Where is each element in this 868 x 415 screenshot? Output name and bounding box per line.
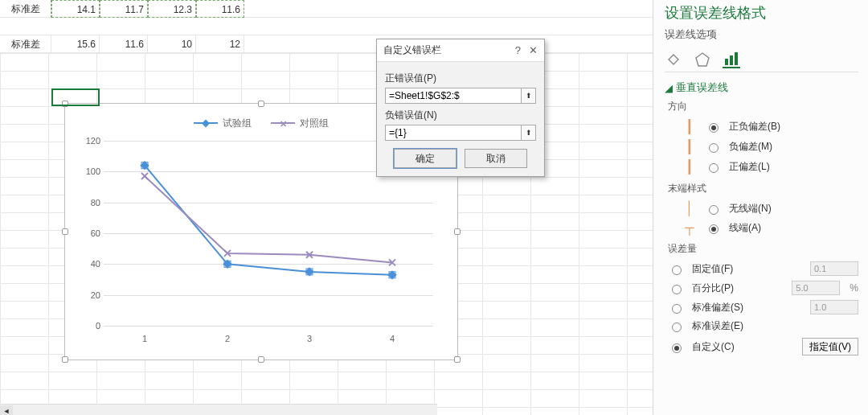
pane-subtitle: 误差线选项 xyxy=(665,27,858,42)
legend-item[interactable]: ✕ 对照组 xyxy=(271,117,329,130)
endstyle-none-option[interactable]: │ 无线端(N) xyxy=(665,199,858,218)
amount-custom-radio[interactable] xyxy=(672,343,682,353)
cell[interactable]: 12 xyxy=(196,35,244,53)
positive-error-label: 正错误值(P) xyxy=(385,72,536,85)
fill-tab-icon[interactable] xyxy=(665,51,682,68)
percent-sign: % xyxy=(850,282,858,294)
cell[interactable]: 11.6 xyxy=(100,35,148,53)
y-tick: 80 xyxy=(80,198,100,208)
collapse-icon[interactable]: ◢ xyxy=(665,82,673,94)
cell[interactable]: 15.6 xyxy=(51,35,100,53)
amount-percent-option[interactable]: 百分比(P) % xyxy=(665,278,858,298)
option-label: 固定值(F) xyxy=(692,262,733,276)
no-cap-icon: │ xyxy=(682,201,697,216)
legend-label: 对照组 xyxy=(300,117,329,130)
direction-both-option[interactable]: ┃ 正负偏差(B) xyxy=(665,117,858,137)
amount-stddev-option[interactable]: 标准偏差(S) xyxy=(665,298,858,317)
option-label: 标准误差(E) xyxy=(692,319,743,333)
cap-icon: ┬ xyxy=(682,220,697,235)
plus-direction-icon: ┃ xyxy=(682,159,697,175)
amount-fixed-radio[interactable] xyxy=(672,265,682,275)
direction-minus-option[interactable]: ┃ 负偏差(M) xyxy=(665,137,858,157)
vertical-error-bar-section[interactable]: ◢ 垂直误差线 xyxy=(665,80,858,95)
y-tick: 40 xyxy=(80,259,100,269)
option-label: 线端(A) xyxy=(729,221,761,235)
direction-minus-radio[interactable] xyxy=(709,143,719,153)
custom-error-bars-dialog[interactable]: 自定义错误栏 ? ✕ 正错误值(P) ⬆ 负错误值(N) ⬆ 确定 取消 xyxy=(376,39,545,177)
amount-stderr-radio[interactable] xyxy=(672,323,682,332)
resize-handle[interactable] xyxy=(62,228,68,235)
resize-handle[interactable] xyxy=(62,356,68,363)
negative-error-label: 负错误值(N) xyxy=(385,109,536,122)
y-tick: 100 xyxy=(80,166,100,176)
y-tick: 20 xyxy=(80,290,100,300)
dialog-titlebar[interactable]: 自定义错误栏 ? ✕ xyxy=(377,39,544,62)
option-label: 正偏差(L) xyxy=(729,160,770,174)
legend-item[interactable]: 试验组 xyxy=(194,117,252,130)
error-amount-heading: 误差量 xyxy=(668,242,858,256)
resize-handle[interactable] xyxy=(258,356,264,363)
cell[interactable]: 11.6 xyxy=(196,0,244,18)
scroll-left-icon[interactable]: ◄ xyxy=(0,405,13,415)
y-tick: 120 xyxy=(80,136,100,146)
x-tick: 4 xyxy=(380,334,404,343)
option-label: 正负偏差(B) xyxy=(729,120,780,134)
cell[interactable]: 12.3 xyxy=(148,0,196,18)
direction-plus-radio[interactable] xyxy=(709,163,719,173)
resize-handle[interactable] xyxy=(454,356,461,363)
horizontal-scrollbar[interactable]: ◄ xyxy=(0,404,437,415)
resize-handle[interactable] xyxy=(258,101,264,107)
sheet-row[interactable]: 标准差 14.1 11.7 12.3 11.6 xyxy=(0,0,653,18)
range-select-icon[interactable]: ⬆ xyxy=(522,125,536,141)
option-label: 标准偏差(S) xyxy=(692,301,743,314)
endstyle-heading: 末端样式 xyxy=(668,182,858,195)
percent-value-input xyxy=(792,281,840,295)
y-tick: 0 xyxy=(80,321,100,331)
selected-cell[interactable] xyxy=(51,88,100,106)
row-label: 标准差 xyxy=(0,35,51,53)
cell[interactable]: 10 xyxy=(148,35,196,53)
svg-marker-16 xyxy=(696,53,709,66)
help-icon[interactable]: ? xyxy=(515,44,521,56)
option-label: 自定义(C) xyxy=(692,340,735,354)
endstyle-none-radio[interactable] xyxy=(709,205,719,215)
format-error-bars-pane[interactable]: 设置误差线格式 误差线选项 ◢ 垂直误差线 方向 ┃ 正负偏差(B) ┃ 负偏差… xyxy=(653,0,868,415)
stddev-value-input xyxy=(810,300,858,314)
minus-direction-icon: ┃ xyxy=(682,139,697,154)
cancel-button[interactable]: 取消 xyxy=(465,149,527,168)
legend-label: 试验组 xyxy=(223,117,252,130)
amount-stddev-radio[interactable] xyxy=(672,304,682,314)
ok-button[interactable]: 确定 xyxy=(394,149,457,168)
amount-fixed-option[interactable]: 固定值(F) xyxy=(665,259,858,278)
specify-value-button[interactable]: 指定值(V) xyxy=(802,338,858,355)
sheet-row[interactable]: 标准差 15.6 11.6 10 12 xyxy=(0,35,653,53)
dialog-title: 自定义错误栏 xyxy=(383,43,441,57)
svg-rect-17 xyxy=(725,59,728,65)
x-tick: 1 xyxy=(133,334,157,343)
effects-tab-icon[interactable] xyxy=(694,51,711,68)
y-tick: 60 xyxy=(80,228,100,238)
cell[interactable]: 14.1 xyxy=(51,0,100,18)
amount-percent-radio[interactable] xyxy=(672,285,682,294)
direction-both-radio[interactable] xyxy=(709,123,719,133)
svg-rect-18 xyxy=(730,55,733,65)
amount-stderr-option[interactable]: 标准误差(E) xyxy=(665,317,858,335)
endstyle-cap-radio[interactable] xyxy=(709,224,719,234)
x-tick: 3 xyxy=(297,334,321,343)
bar-options-tab-icon[interactable] xyxy=(723,51,740,68)
resize-handle[interactable] xyxy=(454,228,461,235)
endstyle-cap-option[interactable]: ┬ 线端(A) xyxy=(665,218,858,237)
amount-custom-option[interactable]: 自定义(C) 指定值(V) xyxy=(665,335,858,358)
option-label: 负偏差(M) xyxy=(729,140,772,154)
negative-error-input[interactable] xyxy=(385,125,522,141)
cell[interactable]: 11.7 xyxy=(100,0,148,18)
legend-marker xyxy=(194,122,218,124)
option-label: 百分比(P) xyxy=(692,281,734,295)
range-select-icon[interactable]: ⬆ xyxy=(522,88,536,104)
both-direction-icon: ┃ xyxy=(682,119,697,134)
close-icon[interactable]: ✕ xyxy=(529,44,538,56)
positive-error-input[interactable] xyxy=(385,88,522,104)
direction-plus-option[interactable]: ┃ 正偏差(L) xyxy=(665,157,858,177)
spreadsheet-grid[interactable]: 标准差 14.1 11.7 12.3 11.6 标准差 15.6 11.6 10… xyxy=(0,0,653,415)
sheet-row-empty[interactable] xyxy=(0,18,653,35)
